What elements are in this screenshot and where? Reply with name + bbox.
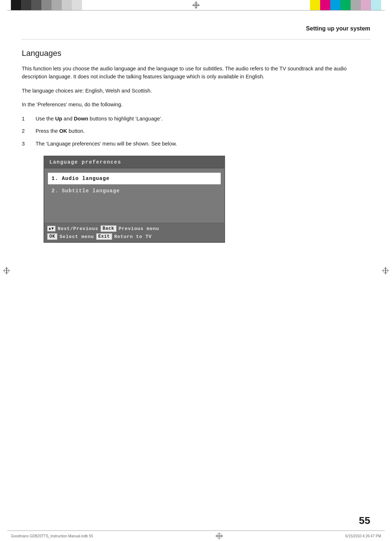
menu-instruction-text: In the ‘Preferences’ menu, do the follow… <box>22 101 370 108</box>
top-border-line <box>7 10 385 11</box>
step-3-content: The ‘Language preferences’ menu will be … <box>36 140 370 148</box>
swatch-pink <box>320 0 330 10</box>
tv-menu-title: Language preferences <box>44 156 224 168</box>
registration-mark-bottom <box>216 532 223 540</box>
step-2: 2 Press the OK button. <box>22 127 370 135</box>
step-3: 3 The ‘Language preferences’ menu will b… <box>22 140 370 148</box>
registration-mark-top <box>192 1 200 9</box>
arrow-key-badge: ▲▼ <box>47 226 56 231</box>
swatch-4 <box>41 0 52 10</box>
page-number: 55 <box>359 515 370 526</box>
swatch-7 <box>72 0 82 10</box>
exit-key-badge: Exit <box>96 233 112 240</box>
tv-menu: Language preferences 1. Audio language 2… <box>44 156 225 243</box>
tv-menu-item-subtitle: 2. Subtitle language <box>44 185 224 197</box>
swatch-gray <box>351 0 361 10</box>
footer-action-select: Select menu <box>60 234 94 239</box>
swatch-2 <box>21 0 31 10</box>
swatch-mauve <box>361 0 371 10</box>
step-2-number: 2 <box>22 127 28 135</box>
step-1-bold-up: Up <box>55 116 62 122</box>
swatch-cyan <box>330 0 340 10</box>
swatch-1 <box>11 0 21 10</box>
tv-menu-footer: ▲▼ Next/Previous Back Previous menu OK S… <box>44 223 224 242</box>
swatch-3 <box>31 0 41 10</box>
step-2-bold-ok: OK <box>59 128 67 134</box>
swatch-light-blue <box>371 0 381 10</box>
chapter-title: Languages <box>22 49 370 58</box>
steps-list: 1 Use the Up and Down buttons to highlig… <box>22 115 370 148</box>
swatch-6 <box>62 0 72 10</box>
tv-menu-container: Language preferences 1. Audio language 2… <box>44 156 225 243</box>
color-swatches-left <box>11 0 82 10</box>
footer-action-previous-menu: Previous menu <box>119 226 159 231</box>
section-title: Setting up your system <box>306 25 370 32</box>
footer-action-return: Return to TV <box>114 234 152 239</box>
step-1: 1 Use the Up and Down buttons to highlig… <box>22 115 370 123</box>
step-3-number: 3 <box>22 140 28 148</box>
tv-footer-row-2: OK Select menu Exit Return to TV <box>47 233 221 240</box>
page-content: Setting up your system Languages This fu… <box>22 15 370 526</box>
registration-mark-right <box>382 267 389 274</box>
tv-menu-item-audio: 1. Audio language <box>48 173 221 184</box>
step-1-number: 1 <box>22 115 28 123</box>
step-1-content: Use the Up and Down buttons to highlight… <box>36 115 370 123</box>
page-header: Setting up your system <box>22 15 370 40</box>
color-swatches-right <box>310 0 381 10</box>
swatch-green <box>340 0 351 10</box>
color-bar-top <box>0 0 392 10</box>
registration-mark-left <box>3 267 10 274</box>
tv-footer-row-1: ▲▼ Next/Previous Back Previous menu <box>47 225 221 232</box>
footer-right-text: 6/15/2010 4:26:47 PM <box>346 534 381 538</box>
bottom-bar: Goodmans GDB20TTS_Instruction Manual.ind… <box>0 531 392 541</box>
ok-key-badge: OK <box>47 233 57 240</box>
footer-left-text: Goodmans GDB20TTS_Instruction Manual.ind… <box>11 534 93 538</box>
back-key-badge: Back <box>101 225 117 232</box>
crosshair-circle-top <box>193 3 199 8</box>
step-2-content: Press the OK button. <box>36 127 370 135</box>
language-choices-text: The language choices are: English, Welsh… <box>22 87 370 95</box>
swatch-5 <box>52 0 62 10</box>
step-1-bold-down: Down <box>74 116 88 122</box>
swatch-yellow <box>310 0 320 10</box>
tv-menu-body: 1. Audio language 2. Subtitle language <box>44 168 224 223</box>
crosshair-top-center <box>82 0 310 10</box>
footer-action-next: Next/Previous <box>58 226 98 231</box>
intro-paragraph: This function lets you choose the audio … <box>22 65 370 81</box>
